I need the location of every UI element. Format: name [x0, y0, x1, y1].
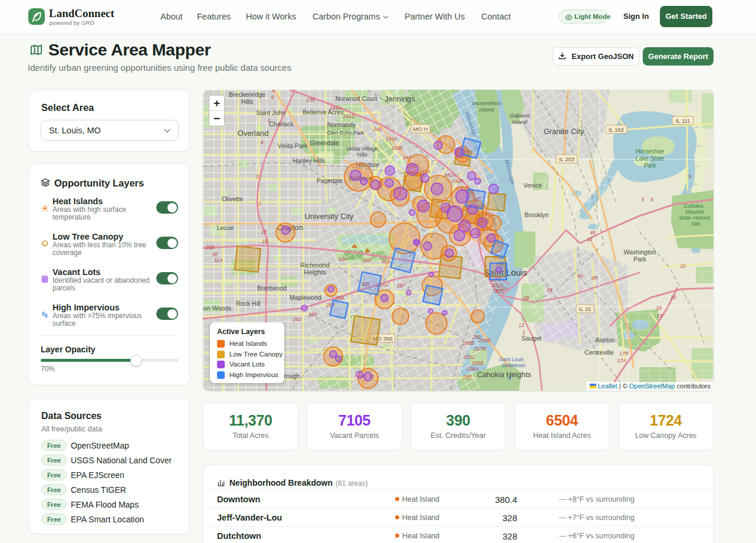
svg-text:239: 239: [306, 97, 315, 103]
svg-text:6: 6: [651, 197, 654, 202]
svg-text:Washington: Washington: [623, 248, 656, 256]
svg-text:4R: 4R: [591, 275, 598, 281]
svg-text:Horseshoe: Horseshoe: [636, 148, 665, 155]
svg-text:Rock Hill: Rock Hill: [236, 300, 260, 307]
svg-text:Charlack: Charlack: [269, 120, 294, 127]
svg-text:287: 287: [396, 283, 405, 289]
svg-text:Mounds: Mounds: [685, 209, 705, 215]
svg-text:Park: Park: [633, 256, 646, 263]
svg-text:17A: 17A: [617, 358, 626, 364]
svg-text:Lecue: Lecue: [217, 224, 234, 231]
svg-text:Vinita Park: Vinita Park: [278, 142, 308, 149]
svg-text:206B: 206B: [471, 360, 484, 366]
svg-text:University City: University City: [304, 212, 354, 221]
svg-text:2B: 2B: [522, 295, 530, 301]
svg-text:Lake State: Lake State: [636, 155, 664, 162]
svg-text:206A: 206A: [466, 366, 479, 372]
svg-text:Breckenridge: Breckenridge: [229, 91, 265, 98]
svg-text:31A: 31A: [213, 257, 222, 263]
svg-text:205C: 205C: [463, 354, 476, 360]
svg-text:Hills: Hills: [241, 98, 253, 105]
svg-text:290A: 290A: [491, 282, 504, 288]
svg-text:19: 19: [657, 313, 663, 319]
svg-text:IL 15: IL 15: [579, 306, 591, 312]
svg-text:283: 283: [308, 312, 317, 318]
svg-text:13: 13: [518, 322, 524, 328]
svg-text:Richmond: Richmond: [300, 261, 330, 269]
svg-text:1E: 1E: [261, 229, 268, 235]
svg-text:Centreville: Centreville: [584, 349, 614, 356]
svg-text:✈: ✈: [507, 374, 512, 381]
svg-text:30: 30: [212, 251, 218, 257]
svg-text:5: 5: [642, 197, 645, 202]
svg-text:5: 5: [268, 118, 271, 124]
svg-text:20: 20: [670, 295, 676, 300]
svg-text:Glen Echo Park: Glen Echo Park: [327, 130, 364, 136]
svg-text:284: 284: [335, 295, 344, 301]
svg-text:241D: 241D: [343, 113, 355, 119]
svg-text:3: 3: [256, 174, 259, 179]
svg-text:Granite City: Granite City: [544, 127, 584, 136]
svg-text:Heights: Heights: [304, 269, 326, 276]
svg-text:son Woods: son Woods: [203, 305, 231, 312]
svg-text:28B: 28B: [205, 244, 214, 250]
svg-text:44: 44: [587, 237, 593, 243]
svg-text:Brentwood: Brentwood: [257, 284, 287, 292]
svg-text:IL 203: IL 203: [559, 156, 574, 162]
svg-text:9: 9: [689, 174, 692, 179]
svg-text:Cahokia: Cahokia: [683, 203, 703, 209]
svg-text:Saint John: Saint John: [256, 109, 285, 116]
svg-text:Site: Site: [691, 221, 701, 227]
svg-text:290B: 290B: [462, 340, 474, 346]
svg-text:6: 6: [272, 90, 275, 93]
svg-text:36A: 36A: [381, 259, 390, 264]
svg-text:Park: Park: [644, 162, 657, 169]
svg-text:290B: 290B: [478, 338, 491, 344]
svg-text:Mosenthein: Mosenthein: [472, 100, 501, 106]
svg-text:Downtown: Downtown: [502, 362, 525, 368]
svg-text:Maplewood: Maplewood: [290, 294, 321, 301]
svg-text:IL 111: IL 111: [676, 117, 691, 124]
svg-text:IL 162: IL 162: [609, 126, 624, 133]
svg-text:34B: 34B: [362, 257, 371, 263]
svg-text:State Historic: State Historic: [679, 215, 711, 221]
svg-text:Hanley Hills: Hanley Hills: [292, 157, 325, 164]
svg-text:48: 48: [590, 230, 596, 235]
svg-text:Alorton: Alorton: [595, 336, 614, 344]
svg-text:Normandy: Normandy: [327, 121, 356, 128]
svg-text:1: 1: [522, 329, 525, 335]
svg-text:20: 20: [679, 263, 686, 269]
svg-text:241A: 241A: [329, 105, 341, 111]
svg-text:293: 293: [462, 374, 471, 380]
svg-text:246R: 246R: [451, 178, 464, 184]
svg-text:207B: 207B: [474, 346, 486, 352]
svg-text:17R: 17R: [619, 351, 629, 356]
svg-text:Sauget: Sauget: [521, 335, 541, 342]
svg-text:Venice: Venice: [523, 182, 542, 189]
svg-text:Greendale: Greendale: [310, 139, 338, 146]
svg-text:19: 19: [656, 305, 662, 311]
svg-text:Saint Louis: Saint Louis: [499, 356, 524, 362]
svg-text:6: 6: [271, 94, 274, 100]
svg-text:2: 2: [258, 201, 261, 207]
svg-text:4: 4: [261, 139, 264, 145]
svg-text:4A: 4A: [577, 273, 584, 279]
svg-text:242: 242: [373, 126, 382, 132]
svg-text:282: 282: [292, 316, 301, 322]
svg-text:243A: 243A: [385, 136, 397, 142]
svg-text:Norwood Court: Norwood Court: [336, 95, 377, 102]
svg-text:34A: 34A: [338, 256, 347, 262]
svg-text:34: 34: [547, 287, 553, 293]
svg-text:Island: Island: [479, 106, 494, 113]
svg-text:1E: 1E: [262, 238, 269, 244]
svg-text:290C: 290C: [492, 288, 505, 294]
svg-text:Island: Island: [512, 119, 527, 125]
svg-text:Olivette: Olivette: [222, 195, 243, 202]
svg-text:Gabaret: Gabaret: [510, 112, 530, 119]
svg-text:MO H: MO H: [413, 126, 428, 132]
svg-text:Cahokia Heights: Cahokia Heights: [477, 371, 531, 379]
svg-text:Pagedale: Pagedale: [317, 177, 343, 184]
svg-text:Overland: Overland: [238, 129, 269, 138]
svg-text:Hills: Hills: [357, 151, 367, 158]
svg-text:243E: 243E: [391, 145, 403, 151]
